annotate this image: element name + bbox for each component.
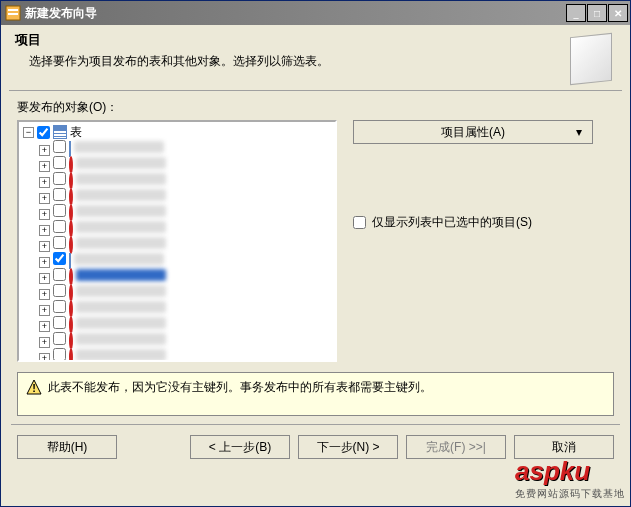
page-title: 项目: [15, 31, 556, 49]
next-button[interactable]: 下一步(N) >: [298, 435, 398, 459]
header-graphic: [556, 31, 616, 86]
forbidden-icon: [69, 236, 73, 254]
wizard-header: 项目 选择要作为项目发布的表和其他对象。选择列以筛选表。: [1, 25, 630, 90]
tree-node[interactable]: +: [39, 156, 333, 172]
node-label: [76, 221, 166, 233]
finish-button: 完成(F) >>|: [406, 435, 506, 459]
expand-icon[interactable]: +: [39, 321, 50, 332]
show-selected-only-checkbox[interactable]: [353, 216, 366, 229]
node-label: [76, 269, 166, 281]
expand-icon[interactable]: +: [39, 241, 50, 252]
warning-text: 此表不能发布，因为它没有主键列。事务发布中的所有表都需要主键列。: [48, 379, 432, 396]
expand-icon[interactable]: +: [39, 225, 50, 236]
svg-rect-1: [8, 9, 18, 11]
node-label: [76, 317, 166, 329]
back-button[interactable]: < 上一步(B): [190, 435, 290, 459]
button-row: 帮助(H) < 上一步(B) 下一步(N) > 完成(F) >>| 取消: [1, 435, 630, 469]
node-checkbox[interactable]: [53, 220, 66, 233]
tree-node[interactable]: +: [39, 348, 333, 362]
warning-message: ! 此表不能发布，因为它没有主键列。事务发布中的所有表都需要主键列。: [17, 372, 614, 416]
node-label: [74, 141, 164, 153]
tree-node[interactable]: +: [39, 284, 333, 300]
show-selected-only-label: 仅显示列表中已选中的项目(S): [372, 214, 532, 231]
node-checkbox[interactable]: [53, 140, 66, 153]
tree-node[interactable]: +: [39, 300, 333, 316]
close-button[interactable]: ✕: [608, 4, 628, 22]
tree-node[interactable]: +: [39, 252, 333, 268]
node-checkbox[interactable]: [53, 268, 66, 281]
tree-node[interactable]: +: [39, 316, 333, 332]
expand-icon[interactable]: +: [39, 145, 50, 156]
collapse-icon[interactable]: −: [23, 127, 34, 138]
expand-icon[interactable]: +: [39, 289, 50, 300]
node-checkbox[interactable]: [53, 172, 66, 185]
node-checkbox[interactable]: [53, 236, 66, 249]
chevron-down-icon: ▾: [576, 125, 582, 139]
expand-icon[interactable]: +: [39, 353, 50, 362]
node-label: [76, 301, 166, 313]
tree-node[interactable]: +: [39, 268, 333, 284]
project-properties-label: 项目属性(A): [441, 124, 505, 141]
tree-node[interactable]: +: [39, 332, 333, 348]
tree-node[interactable]: +: [39, 188, 333, 204]
tree-node[interactable]: +: [39, 140, 333, 156]
minimize-button[interactable]: _: [566, 4, 586, 22]
table-icon: [53, 125, 67, 139]
node-label: [76, 173, 166, 185]
window-title: 新建发布向导: [25, 5, 566, 22]
node-label: [76, 285, 166, 297]
node-label: [76, 237, 166, 249]
node-label: [76, 333, 166, 345]
maximize-button[interactable]: □: [587, 4, 607, 22]
objects-label: 要发布的对象(O)：: [17, 99, 614, 116]
tree-root-tables[interactable]: − 表: [23, 124, 333, 140]
node-checkbox[interactable]: [53, 348, 66, 361]
tree-root-label: 表: [70, 124, 82, 141]
node-label: [76, 189, 166, 201]
help-button[interactable]: 帮助(H): [17, 435, 117, 459]
node-checkbox[interactable]: [53, 188, 66, 201]
node-checkbox[interactable]: [53, 204, 66, 217]
expand-icon[interactable]: +: [39, 337, 50, 348]
node-checkbox[interactable]: [53, 300, 66, 313]
app-icon: [5, 5, 21, 21]
expand-icon[interactable]: +: [39, 273, 50, 284]
expand-icon[interactable]: +: [39, 177, 50, 188]
node-label: [76, 205, 166, 217]
node-checkbox[interactable]: [53, 156, 66, 169]
node-label: [76, 157, 166, 169]
titlebar: 新建发布向导 _ □ ✕: [1, 1, 630, 25]
node-checkbox[interactable]: [53, 284, 66, 297]
objects-tree[interactable]: − 表 ++++++++++++++: [17, 120, 337, 362]
tree-node[interactable]: +: [39, 204, 333, 220]
table-icon: [69, 253, 71, 269]
expand-icon[interactable]: +: [39, 257, 50, 268]
wizard-window: 新建发布向导 _ □ ✕ 项目 选择要作为项目发布的表和其他对象。选择列以筛选表…: [0, 0, 631, 507]
expand-icon[interactable]: +: [39, 209, 50, 220]
svg-text:!: !: [32, 382, 36, 394]
tree-node[interactable]: +: [39, 220, 333, 236]
forbidden-icon: [69, 348, 73, 362]
table-icon: [69, 141, 71, 157]
svg-rect-2: [8, 13, 18, 15]
tree-node[interactable]: +: [39, 236, 333, 252]
node-checkbox[interactable]: [53, 316, 66, 329]
expand-icon[interactable]: +: [39, 193, 50, 204]
node-label: [76, 349, 166, 361]
tree-node[interactable]: +: [39, 172, 333, 188]
project-properties-button[interactable]: 项目属性(A) ▾: [353, 120, 593, 144]
page-subtitle: 选择要作为项目发布的表和其他对象。选择列以筛选表。: [15, 53, 556, 70]
node-checkbox[interactable]: [53, 332, 66, 345]
expand-icon[interactable]: +: [39, 305, 50, 316]
warning-icon: !: [26, 379, 42, 395]
cancel-button[interactable]: 取消: [514, 435, 614, 459]
node-checkbox[interactable]: [53, 252, 66, 265]
tables-checkbox[interactable]: [37, 126, 50, 139]
node-label: [74, 253, 164, 265]
expand-icon[interactable]: +: [39, 161, 50, 172]
